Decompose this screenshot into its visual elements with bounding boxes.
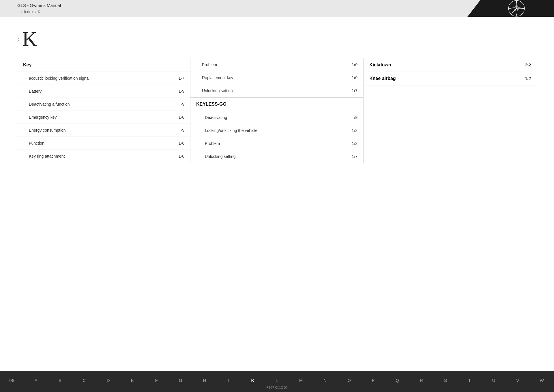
breadcrumb-k[interactable]: K bbox=[38, 10, 40, 14]
kickdown-item[interactable]: Kickdown 3›2 bbox=[364, 58, 537, 72]
alpha-item-s[interactable]: S bbox=[434, 376, 458, 384]
item-page: ›9 bbox=[181, 128, 184, 132]
kickdown-page: 3›2 bbox=[525, 63, 531, 67]
list-item[interactable]: Unlocking setting 1›7 bbox=[190, 84, 363, 97]
item-page: 1›7 bbox=[352, 154, 358, 159]
list-item[interactable]: Key ring attachment 1›8 bbox=[17, 150, 190, 163]
list-item[interactable]: Locking/unlocking the vehicle 1›2 bbox=[190, 124, 363, 137]
item-page: 1›9 bbox=[179, 89, 184, 94]
list-item[interactable]: acoustic locking verification signal 1›7 bbox=[17, 72, 190, 85]
alpha-item-u[interactable]: U bbox=[482, 376, 506, 384]
item-page: 1›7 bbox=[352, 88, 358, 93]
alpha-item-l[interactable]: L bbox=[265, 376, 289, 384]
alpha-row: 09ABCDEFGHIKLMNOPQRSTUVW bbox=[0, 376, 554, 384]
keyless-go-header: KEYLESS-GO bbox=[190, 98, 363, 111]
alpha-item-k[interactable]: K bbox=[241, 376, 265, 384]
alpha-item-i[interactable]: I bbox=[217, 376, 241, 384]
alpha-item-t[interactable]: T bbox=[458, 376, 482, 384]
alpha-item-r[interactable]: R bbox=[409, 376, 433, 384]
alpha-item-m[interactable]: M bbox=[289, 376, 313, 384]
col-keyless: Problem 1›0 Replacement key 1›0 Unlockin… bbox=[190, 58, 364, 163]
item-label: Key ring attachment bbox=[29, 154, 179, 158]
footer-code: F167 0113 02 bbox=[266, 386, 288, 390]
list-item[interactable]: Function 1›6 bbox=[17, 137, 190, 150]
back-arrow[interactable]: ‹ bbox=[17, 36, 19, 42]
item-page: ›9 bbox=[181, 102, 184, 107]
item-label: Function bbox=[29, 141, 179, 145]
main-content: ‹ K Key acoustic locking verification si… bbox=[0, 17, 554, 371]
item-label: Deactivating a function bbox=[29, 102, 181, 107]
mercedes-star-icon bbox=[508, 0, 525, 17]
alpha-item-d[interactable]: D bbox=[96, 376, 120, 384]
breadcrumb-index[interactable]: Index bbox=[24, 10, 33, 14]
col-k-standalone: Kickdown 3›2 Knee airbag 1›2 bbox=[364, 58, 537, 163]
item-label: Emergency key bbox=[29, 115, 179, 120]
alpha-item-b[interactable]: B bbox=[48, 376, 72, 384]
knee-airbag-label: Knee airbag bbox=[369, 76, 396, 81]
item-page: 1›7 bbox=[179, 76, 184, 81]
svg-point-5 bbox=[516, 8, 517, 9]
breadcrumb-chevron-1: › bbox=[21, 10, 23, 14]
page-letter: K bbox=[22, 29, 37, 49]
header-left: GLS - Owner's Manual ⌂ › Index › K bbox=[17, 3, 61, 14]
breadcrumb: ⌂ › Index › K bbox=[17, 10, 61, 14]
alpha-nav: 09ABCDEFGHIKLMNOPQRSTUVW F167 0113 02 bbox=[0, 371, 554, 392]
list-item[interactable]: Problem 1›3 bbox=[190, 137, 363, 150]
item-label: Battery bbox=[29, 89, 179, 94]
list-item[interactable]: Unlocking setting 1›7 bbox=[190, 150, 363, 163]
alpha-item-g[interactable]: G bbox=[169, 376, 192, 384]
alpha-item-p[interactable]: P bbox=[361, 376, 385, 384]
item-label: Unlocking setting bbox=[202, 88, 352, 93]
item-page: 1›0 bbox=[352, 75, 358, 80]
item-page: 1›8 bbox=[179, 154, 184, 158]
item-label: Problem bbox=[205, 141, 352, 146]
page-letter-row: ‹ K bbox=[17, 29, 537, 49]
item-label: acoustic locking verification signal bbox=[29, 76, 179, 81]
col-key-header: Key bbox=[17, 58, 190, 72]
alpha-item-h[interactable]: H bbox=[193, 376, 217, 384]
item-page: ›9 bbox=[354, 115, 358, 120]
item-page: 1›2 bbox=[352, 128, 358, 133]
item-page: 1›3 bbox=[352, 141, 358, 146]
manual-title: GLS - Owner's Manual bbox=[17, 3, 61, 8]
alpha-item-o[interactable]: O bbox=[337, 376, 361, 384]
item-label: Energy consumption bbox=[29, 128, 181, 132]
knee-airbag-item[interactable]: Knee airbag 1›2 bbox=[364, 72, 537, 85]
breadcrumb-chevron-2: › bbox=[35, 10, 36, 14]
list-item[interactable]: Deactivating ›9 bbox=[190, 111, 363, 124]
mercedes-logo-bg bbox=[467, 0, 554, 17]
list-item[interactable]: Emergency key 1›8 bbox=[17, 111, 190, 124]
header: GLS - Owner's Manual ⌂ › Index › K bbox=[0, 0, 554, 17]
list-item[interactable]: Deactivating a function ›9 bbox=[17, 98, 190, 111]
knee-airbag-page: 1›2 bbox=[525, 76, 531, 81]
item-label: Unlocking setting bbox=[205, 154, 352, 159]
index-grid: Key acoustic locking verification signal… bbox=[17, 58, 537, 163]
item-label: Deactivating bbox=[205, 115, 354, 120]
item-label: Replacement key bbox=[202, 75, 352, 80]
kickdown-label: Kickdown bbox=[369, 62, 391, 68]
list-item[interactable]: Battery 1›9 bbox=[17, 85, 190, 98]
alpha-item-e[interactable]: E bbox=[120, 376, 144, 384]
alpha-item-n[interactable]: N bbox=[313, 376, 337, 384]
alpha-item-a[interactable]: A bbox=[24, 376, 48, 384]
alpha-item-w[interactable]: W bbox=[530, 376, 554, 384]
alpha-item-09[interactable]: 09 bbox=[0, 376, 24, 384]
list-item[interactable]: Energy consumption ›9 bbox=[17, 124, 190, 137]
item-page: 1›6 bbox=[179, 141, 184, 145]
col-key: Key acoustic locking verification signal… bbox=[17, 58, 190, 163]
item-label: Problem bbox=[202, 62, 352, 67]
item-page: 1›8 bbox=[179, 115, 184, 120]
list-item[interactable]: Replacement key 1›0 bbox=[190, 71, 363, 84]
alpha-item-f[interactable]: F bbox=[145, 376, 169, 384]
alpha-item-v[interactable]: V bbox=[506, 376, 530, 384]
item-label: Locking/unlocking the vehicle bbox=[205, 128, 352, 133]
alpha-item-c[interactable]: C bbox=[72, 376, 96, 384]
list-item[interactable]: Problem 1›0 bbox=[190, 58, 363, 71]
home-icon[interactable]: ⌂ bbox=[17, 10, 20, 14]
alpha-item-q[interactable]: Q bbox=[385, 376, 409, 384]
item-page: 1›0 bbox=[352, 62, 358, 67]
